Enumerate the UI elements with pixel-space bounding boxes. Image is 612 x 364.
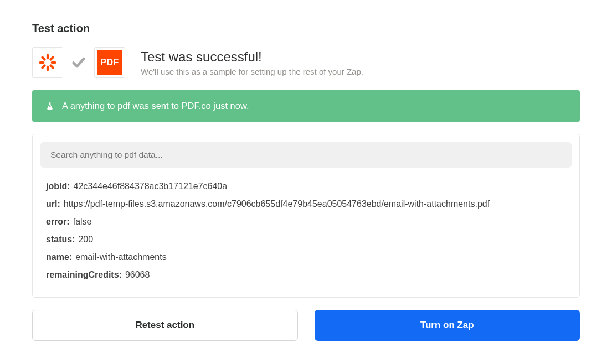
result-key: jobId: [46, 180, 70, 193]
search-input[interactable] [40, 142, 572, 168]
result-row-error: error: false [46, 215, 566, 228]
result-key: status: [46, 233, 75, 246]
svg-rect-3 [51, 61, 56, 64]
turn-on-zap-button[interactable]: Turn on Zap [315, 310, 580, 341]
result-key: error: [46, 215, 70, 228]
checkmark-icon [69, 55, 89, 70]
result-key: remainingCredits: [46, 268, 122, 282]
test-result-text: Test was successful! We'll use this as a… [141, 49, 363, 76]
result-key: url: [46, 197, 60, 211]
result-value: https://pdf-temp-files.s3.amazonaws.com/… [64, 197, 490, 211]
test-header-row: PDF Test was successful! We'll use this … [32, 47, 580, 78]
retest-button[interactable]: Retest action [32, 310, 298, 341]
svg-rect-2 [39, 61, 44, 64]
results-list: jobId: 42c344e46f884378ac3b17121e7c640a … [40, 176, 572, 287]
result-subtitle: We'll use this as a sample for setting u… [141, 67, 363, 76]
pdfco-app-tile: PDF [94, 47, 125, 78]
svg-rect-1 [47, 66, 49, 71]
result-value: 42c344e46f884378ac3b17121e7c640a [74, 180, 228, 193]
result-row-status: status: 200 [46, 233, 566, 246]
result-key: name: [46, 251, 72, 264]
flask-icon [45, 102, 54, 111]
result-value: false [73, 215, 92, 228]
result-value: email-with-attachments [75, 251, 167, 264]
zapier-app-tile [32, 47, 63, 78]
banner-text: A anything to pdf was sent to PDF.co jus… [62, 101, 249, 111]
result-title: Test was successful! [141, 49, 363, 65]
result-value: 96068 [125, 268, 150, 282]
result-row-name: name: email-with-attachments [46, 251, 566, 264]
result-row-url: url: https://pdf-temp-files.s3.amazonaws… [46, 197, 566, 211]
zapier-icon [38, 53, 57, 72]
result-row-jobid: jobId: 42c344e46f884378ac3b17121e7c640a [46, 180, 566, 193]
result-row-remainingcredits: remainingCredits: 96068 [46, 268, 566, 282]
svg-rect-5 [40, 64, 46, 70]
result-value: 200 [78, 233, 93, 246]
pdf-icon: PDF [97, 50, 122, 75]
svg-rect-7 [49, 64, 55, 70]
svg-rect-0 [47, 54, 49, 59]
results-panel: jobId: 42c344e46f884378ac3b17121e7c640a … [32, 134, 580, 298]
action-buttons-row: Retest action Turn on Zap [32, 310, 580, 341]
svg-rect-6 [40, 55, 46, 61]
success-banner: A anything to pdf was sent to PDF.co jus… [32, 90, 580, 122]
svg-rect-4 [49, 55, 55, 61]
section-title: Test action [32, 22, 580, 35]
